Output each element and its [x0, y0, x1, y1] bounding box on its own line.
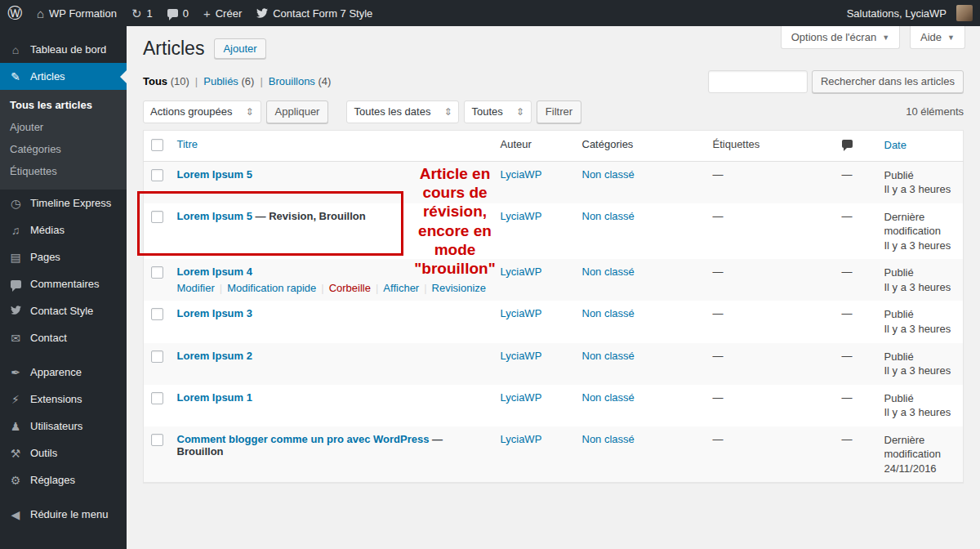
post-title-link[interactable]: Lorem Ipsum 1 [177, 391, 252, 404]
categories-header: Catégories [582, 138, 634, 150]
help-button[interactable]: Aide ▼ [910, 26, 965, 49]
sidebar-item-dashboard[interactable]: ⌂ Tableau de bord [0, 36, 127, 63]
wordpress-logo-menu[interactable]: Ⓦ [0, 0, 29, 26]
screen-options-button[interactable]: Options de l'écran ▼ [781, 26, 900, 49]
post-title-link[interactable]: Lorem Ipsum 4 [177, 266, 252, 278]
row-checkbox[interactable] [151, 434, 163, 446]
sidebar-item-pages[interactable]: ▤ Pages [0, 243, 127, 270]
view-action[interactable]: Afficher [383, 282, 431, 294]
select-value: Toutes [471, 105, 502, 118]
table-row: Lorem Ipsum 1 LyciaWP Non classé — — Pub… [144, 385, 964, 426]
select-all-checkbox[interactable] [151, 139, 163, 151]
add-post-button[interactable]: Ajouter [214, 38, 265, 59]
post-title-link[interactable]: Lorem Ipsum 3 [177, 307, 252, 319]
filter-all[interactable]: Tous (10) [143, 75, 203, 87]
screen-meta: Options de l'écran ▼ Aide ▼ [781, 26, 965, 49]
post-date: Il y a 3 heures [884, 281, 951, 293]
site-name-menu[interactable]: ⌂ WP Formation [29, 0, 124, 26]
sidebar-item-media[interactable]: ♫ Médias [0, 216, 127, 243]
sidebar-item-articles[interactable]: ✎ Articles [0, 63, 127, 90]
updates-menu[interactable]: ↻ 1 [124, 0, 160, 26]
category-link[interactable]: Non classé [582, 391, 635, 404]
filter-drafts[interactable]: Brouillons (4) [269, 75, 332, 87]
sidebar-item-timeline-express[interactable]: ◷ Timeline Express [0, 190, 127, 216]
submenu-item-all-posts[interactable]: Tous les articles [0, 94, 127, 116]
new-content-menu[interactable]: + Créer [196, 0, 249, 26]
filter-button[interactable]: Filtrer [537, 100, 581, 123]
submenu-item-tags[interactable]: Étiquettes [0, 160, 127, 182]
author-link[interactable]: LyciaWP [501, 210, 542, 222]
comments-value: — [842, 210, 853, 222]
row-checkbox[interactable] [151, 350, 163, 363]
admin-bar-right: Salutations, LyciaWP [840, 0, 980, 26]
categories-filter-select[interactable]: Toutes ⇕ [464, 100, 531, 123]
submenu-item-add-post[interactable]: Ajouter [0, 116, 127, 138]
author-header: Auteur [501, 138, 532, 150]
table-row: Comment blogger comme un pro avec WordPr… [144, 426, 964, 483]
bulk-actions-select[interactable]: Actions groupées ⇕ [143, 100, 261, 123]
author-link[interactable]: LyciaWP [501, 350, 542, 362]
revisionize-action[interactable]: Revisionize [432, 282, 486, 294]
search-button[interactable]: Rechercher dans les articles [812, 70, 964, 93]
quick-edit-action[interactable]: Modification rapide [227, 282, 329, 294]
category-link[interactable]: Non classé [582, 350, 635, 362]
admin-bar-left: Ⓦ ⌂ WP Formation ↻ 1 0 + Créer Contact F… [0, 0, 380, 26]
comments-value: — [842, 168, 853, 181]
dates-filter-select[interactable]: Toutes les dates ⇕ [346, 100, 459, 123]
sort-date-header[interactable]: Date [884, 139, 906, 151]
row-checkbox[interactable] [151, 266, 163, 279]
category-link[interactable]: Non classé [582, 266, 635, 278]
cf7-style-menu[interactable]: Contact Form 7 Style [249, 0, 380, 26]
row-checkbox[interactable] [151, 169, 163, 181]
category-link[interactable]: Non classé [582, 433, 635, 445]
submenu-item-categories[interactable]: Catégories [0, 138, 127, 160]
search-input[interactable] [708, 70, 808, 93]
post-status: Publié [884, 169, 914, 181]
search-box: Rechercher dans les articles [708, 70, 964, 93]
my-account-menu[interactable]: Salutations, LyciaWP [840, 0, 980, 26]
table-row: Lorem Ipsum 5 — Revision, Brouillon Lyci… [144, 203, 964, 260]
row-checkbox[interactable] [151, 308, 163, 320]
row-checkbox[interactable] [151, 392, 163, 404]
filter-published[interactable]: Publiés (6) [203, 75, 269, 87]
apply-button[interactable]: Appliquer [266, 100, 329, 123]
tags-value: — [713, 168, 724, 181]
sidebar-item-tools[interactable]: ⚒ Outils [0, 440, 127, 466]
sidebar-item-contact-style[interactable]: Contact Style [0, 297, 127, 324]
category-link[interactable]: Non classé [582, 307, 635, 319]
sidebar-item-label: Articles [30, 70, 65, 83]
sidebar-item-contact[interactable]: ✉ Contact [0, 324, 127, 351]
post-status: Publié [884, 266, 914, 279]
sort-title-header[interactable]: Titre [177, 138, 198, 150]
post-title-link[interactable]: Lorem Ipsum 5 [177, 168, 252, 181]
sidebar-item-appearance[interactable]: ✒ Apparence [0, 359, 127, 386]
sidebar-item-comments[interactable]: Commentaires [0, 270, 127, 297]
category-link[interactable]: Non classé [582, 168, 635, 181]
sidebar-item-settings[interactable]: ⚙ Réglages [0, 466, 127, 493]
sidebar-item-collapse-menu[interactable]: ◀ Réduire le menu [0, 501, 127, 528]
media-icon: ♫ [8, 225, 23, 236]
author-link[interactable]: LyciaWP [501, 433, 542, 445]
sidebar-item-label: Contact [30, 332, 67, 344]
trash-action[interactable]: Corbeille [329, 282, 384, 294]
author-link[interactable]: LyciaWP [501, 391, 542, 404]
sidebar-item-users[interactable]: ♟ Utilisateurs [0, 413, 127, 440]
edit-action[interactable]: Modifier [177, 282, 228, 294]
sidebar-item-plugins[interactable]: ⚡ Extensions [0, 386, 127, 413]
page-title: Articles [143, 38, 204, 60]
author-link[interactable]: LyciaWP [501, 307, 542, 319]
author-link[interactable]: LyciaWP [501, 168, 542, 181]
comments-menu[interactable]: 0 [160, 0, 196, 26]
post-date: Il y a 3 heures [884, 406, 951, 418]
author-link[interactable]: LyciaWP [501, 266, 542, 278]
post-title-link[interactable]: Lorem Ipsum 5 [177, 210, 252, 222]
pin-icon: ✎ [8, 71, 23, 83]
sidebar-item-label: Pages [30, 251, 60, 263]
row-checkbox[interactable] [151, 211, 163, 223]
sidebar-item-label: Extensions [30, 393, 82, 405]
post-title-link[interactable]: Lorem Ipsum 2 [177, 350, 252, 362]
table-row: Lorem Ipsum 5 LyciaWP Non classé — — Pub… [144, 161, 964, 203]
category-link[interactable]: Non classé [582, 210, 635, 222]
post-title-link[interactable]: Comment blogger comme un pro avec WordPr… [177, 433, 430, 445]
row-actions: ModifierModification rapideCorbeilleAffi… [177, 282, 488, 294]
